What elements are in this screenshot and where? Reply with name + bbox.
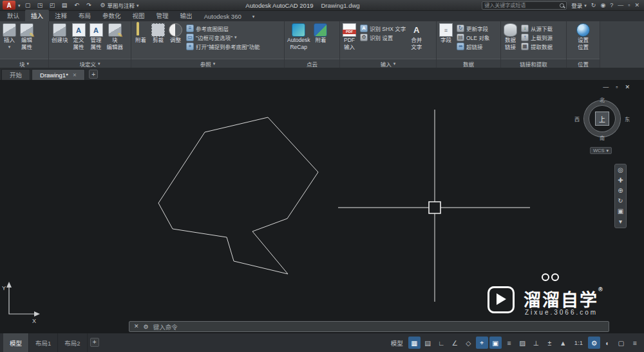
viewcube-west-label[interactable]: 西 [574,115,580,122]
close-window-icon[interactable]: ✕ [634,3,639,8]
status-toggle[interactable]: ◇ [462,337,475,349]
status-toggle[interactable]: ▨ [516,337,529,349]
navbar-more-icon[interactable]: ▾ [619,219,622,225]
status-toggle[interactable]: ⚙ [588,337,600,349]
minimize-window-icon[interactable]: — [618,3,623,8]
viewcube-top-face[interactable]: 上 [595,112,609,126]
panel-label-point-cloud[interactable]: 点云 [285,59,339,68]
viewcube[interactable]: 北 南 西 东 上 [582,98,623,139]
status-toggle[interactable]: ▣ [489,337,502,349]
open-file-icon[interactable]: ◳ [35,1,45,10]
status-toggle[interactable]: 1:1 [571,337,587,349]
status-toggle[interactable]: ∠ [449,337,461,349]
drawing1-tab[interactable]: Drawing1* ✕ [32,69,85,80]
manage-attributes-button[interactable]: A 管理 属性 [88,23,104,52]
drawing-area[interactable]: Y X — ▫ ✕ 北 南 西 东 上 WCS ▾ ◎ ✚ ⊕ ↻ ▣ ▾ [0,80,644,333]
doc-minimize-icon[interactable]: — [603,84,609,90]
recognition-settings-button[interactable]: 识别 设置 [359,33,407,41]
layout-tab[interactable]: 布局2 [58,333,87,352]
status-toggle[interactable]: ≡ [503,337,515,349]
close-tab-icon[interactable]: ✕ [73,72,77,78]
ribbon-tab[interactable]: 参数化 [97,10,127,21]
help-search-input[interactable] [484,3,560,8]
insert-block-button[interactable]: 插入 ▾ [1,23,17,50]
combine-text-button[interactable]: A 合并 文字 [408,23,424,52]
save-file-icon[interactable]: ◰ [48,1,57,10]
status-toggle[interactable]: ± [544,337,556,349]
block-editor-button[interactable]: 块 编辑器 [106,23,125,52]
define-attributes-button[interactable]: A 定义 属性 [71,23,87,52]
field-button[interactable]: ≡ 字段 [438,23,454,44]
pan-icon[interactable]: ✚ [618,177,623,184]
orbit-icon[interactable]: ↻ [618,198,623,204]
attach-reference-button[interactable]: 附着 [133,23,149,44]
frames-option-button[interactable]: "边框可变选项" ▾ [185,33,261,41]
help-icon[interactable]: ? [610,3,613,8]
a360-sync-icon[interactable]: ↻ [591,3,596,8]
wcs-selector[interactable]: WCS ▾ [590,147,612,154]
doc-restore-icon[interactable]: ▫ [616,84,618,90]
status-toggle[interactable]: ▤ [422,337,434,349]
edit-attributes-button[interactable]: 编辑 属性 [19,23,35,52]
command-prompt-text[interactable]: 键入命令 [153,322,178,331]
panel-label-block[interactable]: 块 ▾ [0,59,48,68]
zoom-icon[interactable]: ⊕ [618,188,623,194]
download-from-source-button[interactable]: 从源下载 [520,24,554,32]
drawn-polyline[interactable] [158,117,318,274]
showmotion-icon[interactable]: ▣ [618,208,623,215]
status-toggle[interactable]: ≡ [629,337,641,349]
status-toggle[interactable]: ▢ [615,337,627,349]
ole-object-button[interactable]: OLE 对象 [455,33,491,41]
search-icon[interactable] [560,3,564,8]
pdf-import-button[interactable]: PDF PDF 输入 [341,23,357,52]
snap-to-underlay-button[interactable]: 打开"捕捉到参考底图"功能 [185,42,261,50]
ribbon-tab[interactable]: 布局 [73,10,97,21]
update-fields-button[interactable]: 更新字段 [455,24,491,32]
create-block-button[interactable]: 创建块 [50,23,70,44]
restore-window-icon[interactable]: ▫ [628,3,630,8]
new-drawing-tab-button[interactable]: + [89,70,98,79]
status-toggle[interactable]: ▦ [408,337,421,349]
new-file-icon[interactable]: ▢ [23,1,33,10]
panel-label-block-definition[interactable]: 块定义 ▾ [49,59,131,68]
undo-icon[interactable]: ↶ [72,1,82,10]
layout-tab[interactable]: 布局1 [29,333,58,352]
set-location-button[interactable]: 设置 位置 [575,23,591,52]
steering-wheel-icon[interactable]: ◎ [618,167,623,173]
command-customize-icon[interactable]: ⚙ [144,324,149,330]
clip-button[interactable]: 剪裁 [150,23,166,44]
app-menu-button[interactable]: A [3,1,15,10]
workspace-switcher[interactable]: ⚙ 草图与注释 ▾ [100,1,139,9]
underlay-layers-button[interactable]: 参考底图图层 [185,24,261,32]
ribbon-tab[interactable]: Autodesk 360 [198,12,247,21]
viewcube-south-label[interactable]: 南 [600,134,605,141]
notifications-icon[interactable]: ◉ [600,3,605,8]
ribbon-collapse-icon[interactable]: ▾ [252,14,255,19]
doc-close-icon[interactable]: ✕ [625,84,630,90]
plot-icon[interactable]: ▤ [60,1,70,10]
status-toggle[interactable]: ◐ [601,337,614,349]
hyperlink-button[interactable]: 超链接 [455,42,491,50]
ribbon-tab[interactable]: 输出 [175,10,198,21]
upload-to-source-button[interactable]: 上载到源 [520,33,554,41]
panel-label-import[interactable]: 输入 ▾ [340,59,436,68]
ribbon-tab[interactable]: 注释 [49,10,73,21]
status-toggle[interactable]: ⌖ [476,337,488,349]
redo-icon[interactable]: ↷ [84,1,94,10]
status-toggle[interactable]: ∟ [435,337,448,349]
status-toggle[interactable]: ⊥ [530,337,542,349]
ribbon-tab[interactable]: 视图 [127,10,151,21]
command-close-icon[interactable]: ✕ [134,324,139,329]
viewcube-north-label[interactable]: 北 [600,96,605,103]
attach-point-cloud-button[interactable]: 附着 [312,23,328,44]
adjust-button[interactable]: 调整 [167,23,184,44]
app-menu-caret-icon[interactable]: ▾ [18,3,21,8]
data-link-button[interactable]: 数据 链接 [502,23,518,52]
viewcube-east-label[interactable]: 东 [625,115,630,122]
panel-label-linking[interactable]: 链接和提取 [501,59,566,68]
start-tab[interactable]: 开始 [1,69,30,80]
panel-label-location[interactable]: 位置 [567,59,600,68]
sign-in-button[interactable]: 登录 ▾ [571,1,587,9]
extract-data-button[interactable]: 提取数据 [520,42,554,50]
panel-label-data[interactable]: 数据 [437,59,500,68]
